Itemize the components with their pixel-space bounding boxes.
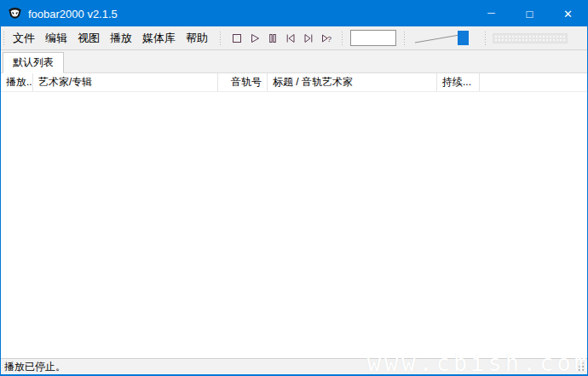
menubar-grip-handle[interactable]: [3, 32, 5, 45]
minimize-icon: ─: [487, 7, 495, 19]
stop-icon: [230, 32, 244, 45]
column-header-filler: [480, 73, 587, 91]
playlist-column-header: 播放... 艺术家/专辑 音轨号 标题 / 音轨艺术家 持续...: [1, 73, 587, 92]
pause-button[interactable]: [263, 28, 281, 49]
status-text: 播放已停止。: [4, 360, 66, 374]
toolbar: 文件 编辑 视图 播放 媒体库 帮助: [1, 26, 587, 50]
menu-item-help[interactable]: 帮助: [181, 26, 213, 49]
next-track-icon: [302, 32, 315, 45]
minimize-button[interactable]: ─: [472, 1, 510, 26]
play-button[interactable]: [245, 28, 263, 49]
column-header-duration[interactable]: 持续...: [437, 73, 480, 91]
previous-track-button[interactable]: [281, 28, 299, 49]
menu-item-library[interactable]: 媒体库: [137, 26, 181, 49]
close-icon: ✕: [563, 8, 573, 20]
play-icon: [248, 32, 262, 45]
column-header-title-track-artist[interactable]: 标题 / 音轨艺术家: [268, 73, 437, 91]
volume-slider[interactable]: [412, 28, 478, 49]
window-controls: ─ □ ✕: [472, 1, 587, 26]
previous-track-icon: [284, 32, 297, 45]
foobar2000-app-icon: [8, 7, 22, 21]
window-title: foobar2000 v2.1.5: [28, 8, 118, 20]
volume-slider-thumb: [458, 31, 469, 45]
title-bar: foobar2000 v2.1.5 ─ □ ✕: [1, 1, 587, 26]
playlist-view[interactable]: [1, 92, 587, 358]
stop-button[interactable]: [228, 28, 245, 49]
foobar2000-window: foobar2000 v2.1.5 ─ □ ✕ 文件 编辑 视图 播放 媒体库 …: [0, 0, 588, 376]
menu-item-file[interactable]: 文件: [8, 26, 40, 49]
column-header-playing[interactable]: 播放...: [1, 73, 33, 91]
menu-item-view[interactable]: 视图: [72, 26, 105, 49]
resize-grip[interactable]: [574, 362, 585, 373]
search-toolbar-grip-handle[interactable]: [341, 32, 343, 45]
pause-icon: [266, 32, 280, 45]
tab-label: 默认列表: [13, 55, 54, 70]
seekbar[interactable]: [493, 33, 568, 43]
maximize-button[interactable]: □: [510, 1, 549, 26]
next-track-button[interactable]: [299, 28, 317, 49]
play-random-icon: ?: [320, 32, 333, 45]
volume-toolbar-grip-handle[interactable]: [403, 32, 406, 45]
playback-toolbar-grip-handle[interactable]: [219, 32, 222, 45]
seekbar-toolbar-grip-handle[interactable]: [484, 32, 487, 45]
tab-default-playlist[interactable]: 默认列表: [3, 52, 64, 73]
status-bar: 播放已停止。: [1, 358, 587, 374]
column-header-artist-album[interactable]: 艺术家/专辑: [33, 73, 218, 91]
column-header-track-no[interactable]: 音轨号: [218, 73, 268, 91]
maximize-icon: □: [527, 8, 533, 20]
play-random-button[interactable]: ?: [317, 28, 335, 49]
close-button[interactable]: ✕: [549, 1, 587, 26]
playlist-tab-strip: 默认列表: [1, 50, 587, 73]
menu-item-playback[interactable]: 播放: [105, 26, 137, 49]
search-input[interactable]: [350, 30, 396, 46]
menu-item-edit[interactable]: 编辑: [40, 26, 72, 49]
svg-text:?: ?: [326, 34, 331, 43]
